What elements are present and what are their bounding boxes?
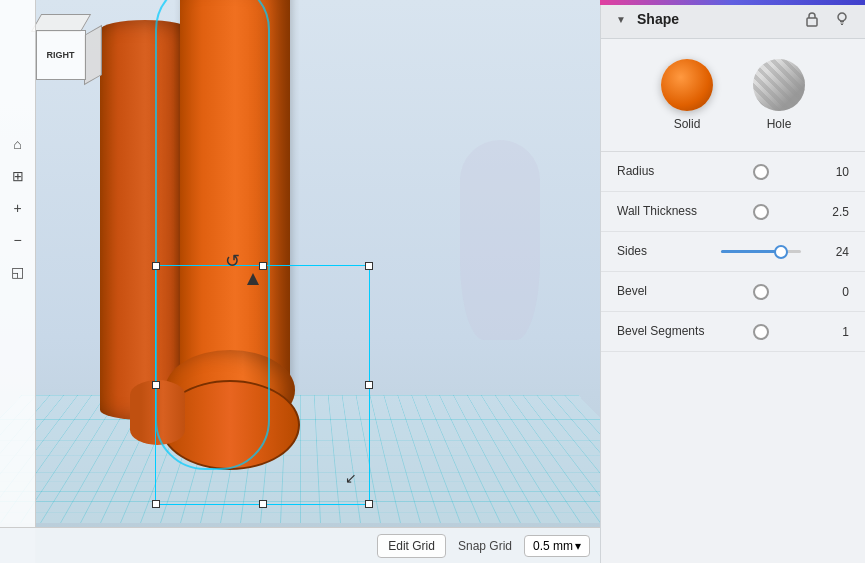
bevel-slider-area[interactable]	[707, 284, 814, 300]
bevel-segments-toggle[interactable]	[753, 324, 769, 340]
sides-slider-track[interactable]	[721, 250, 801, 253]
perspective-button[interactable]: ◱	[4, 258, 32, 286]
lock-icon	[805, 11, 819, 27]
panel-right: ▼ Shape Solid Hole	[600, 0, 865, 563]
wall-thickness-toggle[interactable]	[753, 204, 769, 220]
panel-header-icons	[801, 8, 853, 30]
handle-top-right[interactable]	[365, 262, 373, 270]
svg-point-1	[838, 13, 846, 21]
panel-header: ▼ Shape	[601, 0, 865, 39]
shape-option-solid[interactable]: Solid	[661, 59, 713, 131]
bevel-segments-slider-area[interactable]	[707, 324, 814, 340]
radius-toggle[interactable]	[753, 164, 769, 180]
prop-row-bevel: Bevel 0	[601, 272, 865, 312]
hole-shape-label: Hole	[767, 117, 792, 131]
wall-thickness-label: Wall Thickness	[617, 204, 707, 220]
tube-small-left	[130, 380, 185, 445]
ghost-preview	[460, 140, 540, 340]
cube-face-front[interactable]: RIGHT	[36, 30, 86, 80]
sides-value: 24	[814, 245, 849, 259]
sides-slider-fill	[721, 250, 781, 253]
handle-mid-right[interactable]	[365, 381, 373, 389]
home-view-button[interactable]: ⌂	[4, 130, 32, 158]
hole-shape-icon	[753, 59, 805, 111]
panel-title: Shape	[637, 11, 793, 27]
wall-thickness-value: 2.5	[814, 205, 849, 219]
prop-row-radius: Radius 10	[601, 152, 865, 192]
cube-label: RIGHT	[47, 50, 75, 60]
wall-thickness-slider-area[interactable]	[707, 204, 814, 220]
up-direction-indicator	[247, 273, 259, 285]
bevel-segments-value: 1	[814, 325, 849, 339]
bulb-icon	[835, 11, 849, 27]
resize-arrow[interactable]: ↙	[345, 470, 357, 486]
snap-grid-label: Snap Grid	[458, 539, 512, 553]
radius-slider-area[interactable]	[707, 164, 814, 180]
snap-grid-value-button[interactable]: 0.5 mm ▾	[524, 535, 590, 557]
solid-shape-label: Solid	[674, 117, 701, 131]
snap-grid-chevron-icon: ▾	[575, 539, 581, 553]
svg-rect-0	[807, 18, 817, 26]
sides-label: Sides	[617, 244, 707, 260]
sides-slider-thumb[interactable]	[774, 245, 788, 259]
tube-main[interactable]	[180, 0, 290, 400]
prop-row-wall-thickness: Wall Thickness 2.5	[601, 192, 865, 232]
shape-option-hole[interactable]: Hole	[753, 59, 805, 131]
edit-grid-button[interactable]: Edit Grid	[377, 534, 446, 558]
prop-row-bevel-segments: Bevel Segments 1	[601, 312, 865, 352]
color-strip	[600, 0, 865, 5]
toolbar-left: ⌂ ⊞ + − ◱	[0, 0, 36, 563]
rotate-handle[interactable]: ↺	[225, 250, 249, 266]
cube-face-right[interactable]	[84, 25, 102, 85]
sides-slider-area[interactable]	[707, 250, 814, 253]
bevel-value: 0	[814, 285, 849, 299]
panel-collapse-button[interactable]: ▼	[613, 11, 629, 27]
bevel-label: Bevel	[617, 284, 707, 300]
grid-floor	[0, 395, 600, 523]
bevel-segments-label: Bevel Segments	[617, 324, 707, 340]
prop-row-sides: Sides 24	[601, 232, 865, 272]
viewport[interactable]: ↺ ↙ RIGHT ⌂ ⊞ + − ◱ Edit Grid Snap Grid …	[0, 0, 600, 563]
solid-shape-icon	[661, 59, 713, 111]
bottom-bar: Edit Grid Snap Grid 0.5 mm ▾	[0, 527, 600, 563]
radius-value: 10	[814, 165, 849, 179]
fit-view-button[interactable]: ⊞	[4, 162, 32, 190]
tube-secondary	[100, 20, 190, 420]
collapse-chevron-icon: ▼	[616, 14, 626, 25]
zoom-in-button[interactable]: +	[4, 194, 32, 222]
bulb-icon-button[interactable]	[831, 8, 853, 30]
zoom-out-button[interactable]: −	[4, 226, 32, 254]
radius-label: Radius	[617, 164, 707, 180]
bevel-toggle[interactable]	[753, 284, 769, 300]
lock-icon-button[interactable]	[801, 8, 823, 30]
shape-type-row: Solid Hole	[601, 39, 865, 151]
snap-grid-value-text: 0.5 mm	[533, 539, 573, 553]
